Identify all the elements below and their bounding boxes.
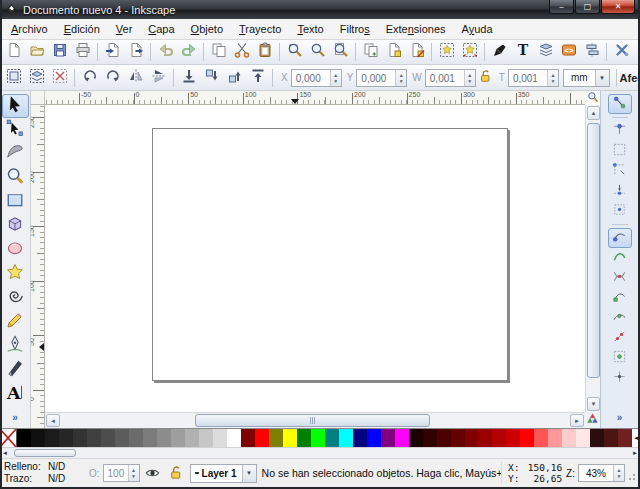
lock-ratio-button[interactable] [476, 68, 494, 87]
palette-swatch[interactable] [129, 429, 143, 447]
palette-swatch[interactable] [562, 429, 576, 447]
palette-scroll-left-icon[interactable]: ◄ [2, 449, 8, 458]
text-dialog-button[interactable]: T [511, 42, 534, 63]
menu-capa[interactable]: Capa [140, 20, 182, 38]
menu-texto[interactable]: Texto [289, 20, 331, 38]
ungroup-objects-button[interactable] [458, 42, 481, 63]
palette-swatch[interactable] [213, 429, 227, 447]
palette-swatch[interactable] [465, 429, 479, 447]
palette-swatch[interactable] [395, 429, 409, 447]
resize-grip[interactable] [628, 464, 636, 482]
box-3d-tool-button[interactable] [2, 214, 29, 238]
zoom-spinner[interactable]: ▲▼ [613, 465, 624, 481]
palette-swatch[interactable] [87, 429, 101, 447]
print-document-button[interactable] [71, 42, 94, 63]
palette-swatch[interactable] [31, 429, 45, 447]
title-bar[interactable]: Documento nuevo 4 - Inkscape [0, 0, 640, 19]
palette-swatch[interactable] [241, 429, 255, 447]
close-button[interactable]: ✕ [601, 0, 635, 14]
menu-filtros[interactable]: Filtros [332, 20, 378, 38]
spiral-tool-button[interactable] [2, 286, 29, 310]
ellipse-tool-button[interactable] [2, 238, 29, 262]
palette-swatch[interactable] [367, 429, 381, 447]
snap-cusp-nodes-button[interactable] [608, 288, 632, 308]
undo-button[interactable] [154, 42, 177, 63]
snap-paths-button[interactable] [608, 248, 632, 268]
paste-button[interactable] [253, 42, 276, 63]
toolbox-overflow-button[interactable]: » [12, 412, 18, 423]
palette-swatch[interactable] [451, 429, 465, 447]
palette-swatch[interactable] [339, 429, 353, 447]
align-distribute-button[interactable] [580, 42, 603, 63]
palette-swatch[interactable] [325, 429, 339, 447]
copy-button[interactable] [207, 42, 230, 63]
inkscape-preferences-button[interactable] [610, 42, 633, 63]
height-spinner[interactable]: ▲▼ [547, 70, 558, 86]
node-editor-button[interactable] [2, 118, 29, 142]
palette-swatch[interactable] [492, 429, 506, 447]
palette-swatch[interactable] [576, 429, 590, 447]
menu-ver[interactable]: Ver [108, 20, 141, 38]
new-document-button[interactable] [2, 42, 25, 63]
snap-bbox-edges-button[interactable] [608, 141, 632, 161]
save-document-button[interactable] [48, 42, 71, 63]
palette-swatch[interactable] [59, 429, 73, 447]
snap-object-centers-button[interactable] [608, 348, 632, 368]
palette-swatch[interactable] [520, 429, 534, 447]
create-clone-button[interactable] [382, 42, 405, 63]
vertical-scrollbar[interactable]: ▲ ▼ [585, 105, 600, 412]
units-dropdown-arrow-icon[interactable]: ▼ [595, 70, 609, 86]
deselect-button[interactable] [48, 67, 71, 88]
snap-nodes-button[interactable] [608, 228, 632, 248]
snapbar-overflow-button[interactable]: » [617, 412, 623, 423]
zoom-to-selection-button[interactable] [283, 42, 306, 63]
snap-path-intersections-button[interactable] [608, 268, 632, 288]
palette-swatch[interactable] [17, 429, 31, 447]
zoom-correction-button[interactable] [585, 91, 600, 105]
snap-bbox-midpoints-button[interactable] [608, 181, 632, 201]
rotate-cw-button[interactable] [101, 67, 124, 88]
vertical-ruler[interactable]: 250200150100500 [31, 105, 45, 428]
layer-selector[interactable]: Layer 1 ▼ [190, 464, 257, 483]
lower-to-bottom-button[interactable] [177, 67, 200, 88]
palette-swatch[interactable] [506, 429, 520, 447]
palette-swatch[interactable] [297, 429, 311, 447]
palette-swatch[interactable] [590, 429, 604, 447]
x-spinner[interactable]: ▲▼ [330, 70, 341, 86]
palette-scroll-thumb[interactable] [14, 449, 76, 457]
y-input[interactable]: 0,000 [357, 70, 395, 86]
snap-bbox-centers-button[interactable] [608, 201, 632, 221]
color-managed-view-button[interactable] [585, 412, 600, 428]
import-document-button[interactable] [101, 42, 124, 63]
export-bitmap-button[interactable] [124, 42, 147, 63]
palette-swatch[interactable] [171, 429, 185, 447]
palette-swatch[interactable] [283, 429, 297, 447]
layer-visibility-button[interactable] [143, 463, 163, 483]
menu-ayuda[interactable]: Ayuda [454, 20, 501, 38]
duplicate-button[interactable] [359, 42, 382, 63]
rectangle-tool-button[interactable] [2, 190, 29, 214]
palette-swatch[interactable] [437, 429, 451, 447]
palette-swatch[interactable] [353, 429, 367, 447]
palette-swatch[interactable] [534, 429, 548, 447]
palette-overflow-arrow-icon[interactable]: ◄ [632, 429, 640, 447]
scroll-right-arrow-icon[interactable]: ► [570, 414, 584, 427]
select-all-layers-button[interactable] [25, 67, 48, 88]
palette-swatch[interactable] [143, 429, 157, 447]
layers-dialog-button[interactable] [534, 42, 557, 63]
palette-scroll-right-icon[interactable]: ► [632, 449, 638, 458]
horizontal-ruler[interactable]: -50050100150200250300350 [45, 91, 585, 105]
y-spinner[interactable]: ▲▼ [395, 70, 406, 86]
palette-swatch[interactable] [311, 429, 325, 447]
palette-swatch[interactable] [157, 429, 171, 447]
selector-button[interactable] [2, 94, 29, 118]
palette-swatch[interactable] [185, 429, 199, 447]
palette-swatch[interactable] [548, 429, 562, 447]
minimize-button[interactable]: – [549, 0, 574, 14]
opacity-input[interactable]: 100 [104, 465, 128, 481]
menu-edicion[interactable]: Edición [56, 20, 108, 38]
vertical-scroll-thumb[interactable] [587, 123, 600, 378]
scroll-up-arrow-icon[interactable]: ▲ [587, 106, 600, 120]
maximize-button[interactable]: ▢ [575, 0, 600, 14]
pencil-tool-button[interactable] [2, 310, 29, 334]
